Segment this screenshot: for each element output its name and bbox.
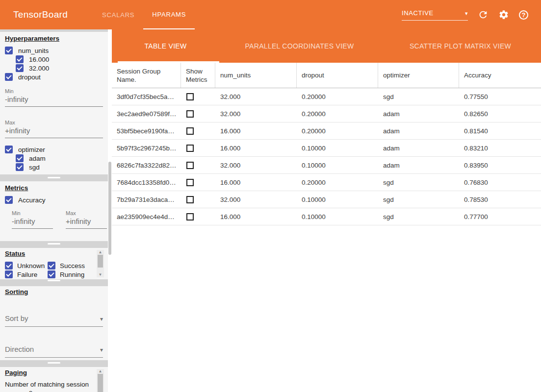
run-status-dropdown[interactable]: INACTIVE ▾ <box>402 9 468 21</box>
show-metrics-checkbox[interactable] <box>186 179 194 186</box>
tab-scatter-plot-matrix-view[interactable]: SCATTER PLOT MATRIX VIEW <box>380 29 541 63</box>
table-row: 6826c7fa3322d82… 32.000 0.10000 adam 0.8… <box>112 157 541 174</box>
optimizer-checkbox[interactable] <box>5 146 13 153</box>
num-units-value: 32.000 <box>215 196 297 203</box>
num-units-value: 16.000 <box>215 127 297 135</box>
accuracy-value: 0.83950 <box>459 162 541 169</box>
status-failure-label: Failure <box>17 271 37 278</box>
num-units-16-checkbox[interactable] <box>16 55 24 63</box>
tab-hparams[interactable]: HPARAMS <box>143 0 195 29</box>
help-icon[interactable]: ? <box>519 10 528 20</box>
optimizer-adam-checkbox[interactable] <box>16 154 24 162</box>
scroll-up-icon[interactable]: ▲ <box>99 250 103 255</box>
status-running-label: Running <box>60 271 84 278</box>
num-units-value-row: 16.000 <box>16 55 108 64</box>
status-running-checkbox[interactable] <box>48 270 55 278</box>
optimizer-value: sgd <box>378 179 459 186</box>
session-group-name: 5b97f3c2967245b… <box>112 145 181 152</box>
accuracy-value: 0.76830 <box>459 179 541 186</box>
show-metrics-checkbox[interactable] <box>186 93 194 100</box>
dropout-checkbox[interactable] <box>5 73 13 81</box>
accuracy-value: 0.77550 <box>459 93 541 100</box>
num-units-16-label: 16.000 <box>29 56 49 63</box>
num-units-checkbox[interactable] <box>5 47 13 54</box>
num-units-value: 32.000 <box>215 93 297 100</box>
status-panel: Status Unknown Success Failure Running ▲ <box>0 248 108 279</box>
show-metrics-checkbox[interactable] <box>186 162 194 169</box>
paging-scrollbar-thumb[interactable] <box>98 374 103 392</box>
sidebar-scrollbar[interactable] <box>108 29 112 392</box>
tab-scalars[interactable]: SCALARS <box>93 0 143 29</box>
settings-gear-icon[interactable] <box>498 9 509 20</box>
show-metrics-checkbox[interactable] <box>186 196 194 203</box>
metric-min-input[interactable] <box>12 216 53 229</box>
sort-by-select[interactable]: Sort by ▾ <box>5 314 103 327</box>
num-units-value: 32.000 <box>215 110 297 118</box>
paging-panel: Paging Number of matching session groups… <box>0 367 108 392</box>
sidebar-scrollbar-thumb[interactable] <box>108 162 111 255</box>
optimizer-label: optimizer <box>18 146 45 153</box>
table-row: 3df0d7cf35bec5a… 32.000 0.20000 sgd 0.77… <box>112 88 541 105</box>
dropout-value: 0.20000 <box>297 110 378 118</box>
show-metrics-checkbox[interactable] <box>186 145 194 152</box>
topbar-controls: INACTIVE ▾ ? <box>402 0 528 29</box>
optimizer-value: adam <box>378 110 459 118</box>
session-group-name: ae235909ec4e4d… <box>112 213 181 220</box>
show-metrics-checkbox[interactable] <box>186 213 194 220</box>
panel-resize-handle[interactable] <box>48 243 60 245</box>
panel-resize-handle[interactable] <box>48 177 60 178</box>
tab-parallel-coordinates-view[interactable]: PARALLEL COORDINATES VIEW <box>219 29 380 63</box>
show-metrics-checkbox[interactable] <box>186 127 194 135</box>
chevron-down-icon: ▾ <box>465 10 468 17</box>
status-unknown-label: Unknown <box>17 262 45 270</box>
dropout-value: 0.10000 <box>297 196 378 203</box>
direction-select[interactable]: Direction ▾ <box>5 345 103 358</box>
metric-accuracy-row: Accuracy <box>5 196 108 204</box>
hparam-dropout-row: dropout <box>5 73 108 81</box>
status-scrollbar-thumb[interactable] <box>98 255 103 268</box>
optimizer-value-row: sgd <box>16 163 108 172</box>
num-units-32-checkbox[interactable] <box>16 64 24 72</box>
session-group-name: 53bf5bece9190fa… <box>112 127 181 135</box>
scroll-down-icon[interactable]: ▼ <box>99 272 103 277</box>
paging-scrollbar[interactable]: ▲ <box>97 369 104 392</box>
dropout-max-label: Max <box>5 120 108 125</box>
col-session-group-name: Session Group Name. <box>112 63 181 88</box>
table-row: 53bf5bece9190fa… 16.000 0.20000 adam 0.8… <box>112 122 541 140</box>
status-unknown-checkbox[interactable] <box>5 262 13 270</box>
panel-resize-handle[interactable] <box>48 280 60 281</box>
num-units-value: 16.000 <box>215 145 297 152</box>
hparam-num-units-row: num_units <box>5 46 108 55</box>
accuracy-checkbox[interactable] <box>5 196 13 204</box>
optimizer-sgd-checkbox[interactable] <box>16 163 24 171</box>
accuracy-value: 0.81540 <box>459 127 541 135</box>
dropout-min-label: Min <box>5 88 108 94</box>
session-group-name: 7684dcc13358fd0… <box>112 179 181 186</box>
paging-heading: Paging <box>5 369 108 376</box>
status-scrollbar[interactable]: ▲ ▼ <box>97 250 104 277</box>
sorting-panel: Sorting Sort by ▾ Direction ▾ <box>0 286 108 360</box>
dropout-max-input[interactable] <box>5 125 103 138</box>
panel-resize-handle[interactable] <box>48 362 60 364</box>
show-metrics-checkbox[interactable] <box>186 110 194 118</box>
status-failure-checkbox[interactable] <box>5 270 13 278</box>
optimizer-value: sgd <box>378 93 459 100</box>
tab-table-view[interactable]: TABLE VIEW <box>112 29 219 63</box>
refresh-icon[interactable] <box>478 9 489 20</box>
scroll-up-icon[interactable]: ▲ <box>99 369 103 374</box>
dropout-value: 0.20000 <box>297 93 378 100</box>
dropout-min-input[interactable] <box>5 94 103 107</box>
table-header: Session Group Name. Show Metrics num_uni… <box>112 63 541 88</box>
hyperparameters-panel: Hyperparameters num_units 16.000 32.000 … <box>0 32 108 174</box>
session-group-name: 6826c7fa3322d82… <box>112 162 181 169</box>
col-show-metrics: Show Metrics <box>181 63 215 88</box>
table-row: 5b97f3c2967245b… 16.000 0.10000 adam 0.8… <box>112 140 541 157</box>
dropout-value: 0.10000 <box>297 162 378 169</box>
sort-by-value: Sort by <box>5 314 28 322</box>
status-success-checkbox[interactable] <box>48 262 55 270</box>
chevron-down-icon: ▾ <box>100 316 103 322</box>
num-units-value: 16.000 <box>215 213 297 220</box>
chevron-down-icon: ▾ <box>100 346 103 353</box>
metric-max-input[interactable] <box>66 216 107 229</box>
accuracy-value: 0.82650 <box>459 110 541 118</box>
